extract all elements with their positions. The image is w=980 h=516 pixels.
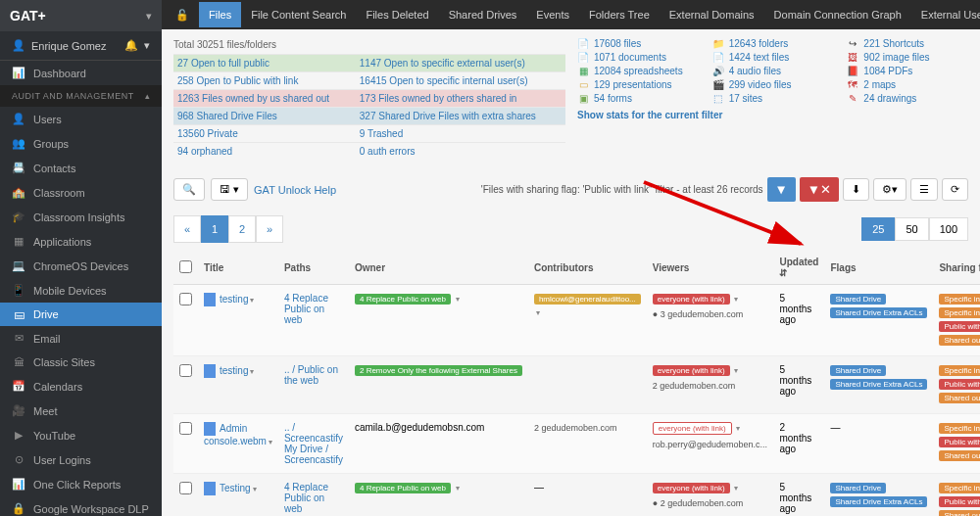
column-header[interactable]: Title (198, 251, 278, 285)
column-header[interactable]: Flags (824, 251, 933, 285)
summary-link[interactable]: 1263 Files owned by us shared out (177, 93, 329, 104)
stat-link[interactable]: 📄1071 documents (577, 51, 699, 63)
page-size-btn[interactable]: 25 (861, 217, 895, 241)
sidebar-item-user-logins[interactable]: ⊙User Logins (0, 447, 162, 472)
file-title[interactable]: testing (220, 365, 248, 376)
tab-folders-tree[interactable]: Folders Tree (579, 2, 660, 27)
tab-external-users[interactable]: External Users (911, 2, 980, 27)
column-header[interactable]: Viewers (647, 251, 774, 285)
show-stats-link[interactable]: Show stats for the current filter (577, 104, 968, 120)
summary-link[interactable]: 327 Shared Drive Files with extra shares (360, 111, 536, 121)
stat-link[interactable]: ▦12084 spreadsheets (577, 65, 699, 76)
tab-files-deleted[interactable]: Files Deleted (356, 2, 438, 27)
select-all-checkbox[interactable] (179, 260, 192, 273)
stat-link[interactable]: ↪221 Shortcuts (847, 37, 968, 49)
clear-filter-button[interactable]: ▼✕ (800, 177, 839, 202)
summary-link[interactable]: 27 Open to full public (177, 58, 270, 69)
stat-link[interactable]: ⬚17 sites (712, 92, 834, 104)
summary-link[interactable]: 173 Files owned by others shared in (360, 93, 517, 104)
stat-link[interactable]: 🎬299 video files (712, 78, 834, 90)
chevron-down-icon[interactable]: ▾ (250, 296, 254, 305)
chevron-down-icon[interactable]: ▾ (146, 10, 152, 23)
pager-btn[interactable]: 2 (228, 215, 256, 243)
stat-link[interactable]: ✎24 drawings (847, 92, 968, 104)
stat-link[interactable]: ▭129 presentations (577, 78, 699, 90)
pager-btn[interactable]: « (173, 215, 201, 243)
stat-link[interactable]: 📁12643 folders (712, 37, 834, 49)
sidebar-item-contacts[interactable]: 📇Contacts (0, 156, 162, 180)
stat-link[interactable]: ▣54 forms (577, 92, 699, 104)
filter-button[interactable]: ▼ (767, 177, 796, 202)
column-header[interactable]: Contributors (528, 251, 647, 285)
chevron-down-icon[interactable]: ▾ (253, 485, 257, 493)
chevron-down-icon[interactable]: ▾ (456, 484, 460, 493)
summary-link[interactable]: 13560 Private (177, 128, 238, 139)
summary-link[interactable]: 16415 Open to specific internal user(s) (360, 75, 528, 86)
sidebar-item-drive[interactable]: 🖴Drive (0, 303, 162, 326)
path-link[interactable]: .. / ScreencastifyMy Drive / Screencasti… (284, 422, 343, 465)
sidebar-item-email[interactable]: ✉Email (0, 326, 162, 351)
row-checkbox[interactable] (179, 364, 192, 377)
lock-icon[interactable]: 🔓 (170, 9, 195, 22)
page-size-btn[interactable]: 50 (895, 217, 928, 241)
stat-link[interactable]: 🗺2 maps (847, 78, 968, 90)
sidebar-item-classroom[interactable]: 🏫Classroom (0, 180, 162, 205)
sidebar-item-dashboard[interactable]: 📊 Dashboard (0, 61, 162, 85)
summary-link[interactable]: 9 Trashed (360, 128, 403, 139)
tab-file-content-search[interactable]: File Content Search (241, 2, 356, 27)
stat-link[interactable]: 📄17608 files (577, 37, 699, 49)
stat-link[interactable]: 📕1084 PDFs (847, 65, 968, 76)
tab-files[interactable]: Files (199, 2, 241, 27)
sidebar-item-one-click-reports[interactable]: 📊One Click Reports (0, 472, 162, 496)
tab-domain-connection-graph[interactable]: Domain Connection Graph (764, 2, 911, 27)
gat-unlock-link[interactable]: GAT Unlock Help (254, 184, 336, 196)
tab-events[interactable]: Events (526, 2, 579, 27)
chevron-down-icon[interactable]: ▾ (734, 366, 738, 375)
file-title[interactable]: testing (220, 294, 248, 305)
row-checkbox[interactable] (179, 422, 192, 435)
chevron-down-icon[interactable]: ▾ (269, 438, 272, 446)
chevron-down-icon[interactable]: ▾ (456, 295, 460, 304)
page-size-btn[interactable]: 100 (929, 217, 968, 241)
column-header[interactable]: Paths (278, 251, 349, 285)
path-link[interactable]: .. / Public on the web (284, 364, 338, 386)
pager-btn[interactable]: » (256, 215, 283, 243)
tab-shared-drives[interactable]: Shared Drives (439, 2, 527, 27)
sidebar-item-classic-sites[interactable]: 🏛Classic Sites (0, 351, 162, 374)
chevron-down-icon[interactable]: ▾ (250, 367, 254, 376)
chevron-down-icon[interactable]: ▾ (736, 424, 740, 433)
chevron-down-icon[interactable]: ▾ (734, 295, 738, 304)
sidebar-item-classroom-insights[interactable]: 🎓Classroom Insights (0, 205, 162, 229)
sidebar-item-mobile-devices[interactable]: 📱Mobile Devices (0, 278, 162, 303)
column-header[interactable]: Updated ⇵ (773, 251, 824, 285)
path-link[interactable]: 4 Replace Public on web (284, 293, 328, 325)
row-checkbox[interactable] (179, 293, 192, 305)
summary-link[interactable]: 258 Open to Public with link (177, 75, 298, 86)
summary-link[interactable]: 968 Shared Drive Files (177, 111, 277, 121)
sidebar-item-youtube[interactable]: ▶YouTube (0, 423, 162, 447)
chevron-down-icon[interactable]: ▾ (734, 484, 738, 493)
sidebar-item-applications[interactable]: ▦Applications (0, 229, 162, 254)
sidebar-item-google-workspace-dlp[interactable]: 🔒Google Workspace DLP (0, 496, 162, 516)
chevron-down-icon[interactable]: ▾ (144, 39, 150, 51)
download-button[interactable]: ⬇ (843, 178, 869, 201)
sidebar-item-users[interactable]: 👤Users (0, 107, 162, 131)
sidebar-section-audit[interactable]: AUDIT AND MANAGEMENT▴ (0, 85, 162, 107)
column-header[interactable]: Sharing flags (933, 251, 980, 285)
bell-icon[interactable]: 🔔 (124, 39, 138, 51)
column-header[interactable]: Owner (349, 251, 528, 285)
stat-link[interactable]: 🖼902 image files (847, 51, 968, 63)
stat-link[interactable]: 📄1424 text files (712, 51, 834, 63)
summary-link[interactable]: 1147 Open to specific external user(s) (360, 58, 525, 69)
sidebar-item-calendars[interactable]: 📅Calendars (0, 374, 162, 399)
tab-external-domains[interactable]: External Domains (660, 2, 764, 27)
settings-button[interactable]: ⚙▾ (873, 178, 906, 201)
path-link[interactable]: 4 Replace Public on web (284, 482, 328, 514)
stat-link[interactable]: 🔊4 audio files (712, 65, 834, 76)
search-button[interactable]: 🔍 (173, 178, 205, 201)
column-header[interactable] (173, 251, 198, 285)
file-title[interactable]: Testing (220, 483, 251, 493)
sidebar-item-chromeos-devices[interactable]: 💻ChromeOS Devices (0, 254, 162, 278)
summary-link[interactable]: 0 auth errors (360, 146, 416, 157)
row-checkbox[interactable] (179, 482, 192, 494)
